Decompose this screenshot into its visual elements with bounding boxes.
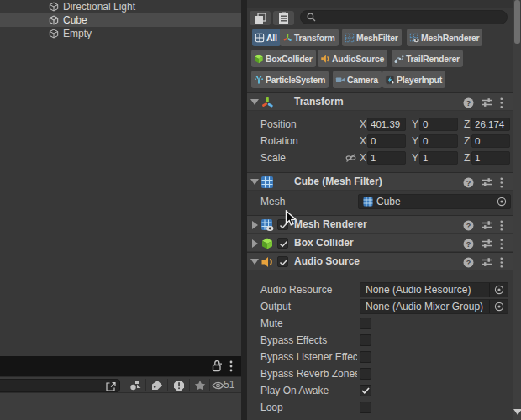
bypass-listener-effects-row: Bypass Listener Effects bbox=[247, 349, 513, 365]
unlink-scale-icon[interactable] bbox=[345, 153, 356, 163]
transform-header[interactable]: Transform ? bbox=[247, 92, 513, 111]
filter-chip-trailrenderer[interactable]: TrailRenderer bbox=[392, 50, 463, 67]
help-icon[interactable]: ? bbox=[463, 239, 474, 249]
hierarchy-panel: Directional Light Cube Empty bbox=[0, 0, 241, 420]
filter-chip-meshrenderer[interactable]: MeshRenderer bbox=[407, 29, 482, 46]
scale-z-field[interactable]: 1 bbox=[471, 151, 510, 165]
filter-chip-camera[interactable]: Camera bbox=[333, 71, 382, 88]
svg-text:?: ? bbox=[466, 98, 471, 107]
rotation-z-field[interactable]: 0 bbox=[471, 134, 510, 148]
bypass-reverb-zones-checkbox[interactable] bbox=[360, 368, 371, 380]
help-icon[interactable]: ? bbox=[463, 257, 474, 268]
hierarchy-item-cube[interactable]: Cube bbox=[0, 13, 241, 27]
inspector-search-field[interactable] bbox=[300, 10, 508, 24]
kebab-menu-icon[interactable] bbox=[229, 360, 233, 372]
kebab-menu-icon[interactable] bbox=[500, 257, 503, 268]
audio-source-header[interactable]: Audio Source ? bbox=[247, 252, 513, 270]
mesh-renderer-icon bbox=[260, 218, 274, 232]
presets-icon[interactable] bbox=[482, 220, 492, 230]
unity-editor: Directional Light Cube Empty bbox=[0, 0, 521, 420]
chip-label: MeshRenderer bbox=[421, 33, 479, 43]
object-picker-icon[interactable] bbox=[492, 195, 510, 208]
label-filter-button[interactable] bbox=[148, 377, 166, 393]
filter-chip-all[interactable]: All bbox=[252, 29, 281, 46]
object-picker-icon[interactable] bbox=[489, 283, 508, 297]
rotation-x-field[interactable]: 0 bbox=[367, 134, 406, 148]
foldout-closed-icon[interactable] bbox=[252, 239, 258, 248]
mesh-icon bbox=[363, 197, 373, 207]
filter-chip-boxcollider[interactable]: BoxCollider bbox=[251, 50, 316, 67]
hierarchy-item-empty[interactable]: Empty bbox=[0, 27, 241, 40]
output-row: Output None (Audio Mixer Group) bbox=[247, 298, 513, 315]
visibility-count: 51 bbox=[224, 377, 234, 393]
axis-z-label: Z bbox=[464, 116, 470, 133]
favorites-button[interactable] bbox=[192, 377, 208, 393]
output-field[interactable]: None (Audio Mixer Group) bbox=[360, 299, 508, 314]
mesh-filter-header[interactable]: Cube (Mesh Filter) ? bbox=[247, 172, 513, 191]
chip-label: PlayerInput bbox=[397, 75, 442, 85]
axis-x-label: X bbox=[360, 116, 366, 133]
filter-chip-playerinput[interactable]: PlayerInput bbox=[382, 71, 445, 88]
bypass-effects-checkbox[interactable] bbox=[360, 334, 371, 346]
hierarchy-item-directional-light[interactable]: Directional Light bbox=[0, 0, 241, 13]
panel-divider[interactable] bbox=[241, 0, 247, 420]
play-on-awake-checkbox[interactable] bbox=[360, 385, 371, 396]
object-picker-icon[interactable] bbox=[489, 300, 508, 313]
inspector-search-input[interactable] bbox=[316, 13, 484, 23]
scrollbar-thumb[interactable] bbox=[514, 0, 520, 44]
chip-label: BoxCollider bbox=[266, 54, 313, 64]
foldout-open-icon[interactable] bbox=[250, 99, 259, 105]
audio-source-icon bbox=[320, 54, 330, 64]
inspector-scrollbar[interactable] bbox=[513, 0, 521, 420]
foldout-closed-icon[interactable] bbox=[252, 221, 258, 229]
foldout-open-icon[interactable] bbox=[250, 259, 259, 265]
foldout-open-icon[interactable] bbox=[250, 179, 259, 185]
bypass-listener-effects-checkbox[interactable] bbox=[360, 351, 371, 363]
position-x-field[interactable]: 401.39 bbox=[367, 118, 406, 131]
presets-icon[interactable] bbox=[482, 239, 492, 249]
presets-icon[interactable] bbox=[482, 97, 492, 108]
presets-icon[interactable] bbox=[482, 177, 492, 187]
filter-chip-meshfilter[interactable]: MeshFilter bbox=[342, 29, 402, 46]
kebab-menu-icon[interactable] bbox=[500, 239, 503, 249]
mute-row: Mute bbox=[247, 315, 513, 332]
component-enabled-checkbox[interactable] bbox=[277, 238, 288, 249]
visibility-eye-icon[interactable] bbox=[211, 377, 224, 393]
filter-chip-transform[interactable]: Transform bbox=[280, 29, 339, 46]
warning-filter-button[interactable] bbox=[170, 377, 188, 393]
audio-resource-field[interactable]: None (Audio Resource) bbox=[360, 282, 508, 297]
help-icon[interactable]: ? bbox=[463, 97, 474, 108]
help-icon[interactable]: ? bbox=[463, 220, 474, 231]
presets-icon[interactable] bbox=[482, 257, 492, 267]
mesh-object-field[interactable]: Cube bbox=[358, 194, 511, 209]
box-collider-header[interactable]: Box Collider ? bbox=[247, 234, 513, 252]
help-icon[interactable]: ? bbox=[463, 177, 474, 188]
type-filter-button[interactable] bbox=[126, 377, 145, 393]
filter-chip-audiosource[interactable]: AudioSource bbox=[318, 50, 387, 67]
filter-chip-particlesystem[interactable]: ParticleSystem bbox=[251, 71, 329, 88]
scale-x-field[interactable]: 1 bbox=[367, 151, 406, 165]
svg-text:?: ? bbox=[466, 239, 471, 248]
paste-component-button[interactable] bbox=[273, 11, 294, 25]
component-enabled-checkbox[interactable] bbox=[277, 256, 288, 267]
property-label: Mesh bbox=[260, 193, 357, 211]
position-y-field[interactable]: 0 bbox=[419, 118, 458, 131]
position-row: Position X 401.39 Y 0 Z 26.174 bbox=[247, 116, 513, 133]
unlock-icon[interactable] bbox=[212, 360, 224, 373]
loop-checkbox[interactable] bbox=[360, 402, 371, 413]
position-z-field[interactable]: 26.174 bbox=[471, 118, 510, 131]
project-search-field[interactable] bbox=[0, 379, 120, 392]
scroll-down-arrow-icon[interactable] bbox=[513, 409, 521, 415]
copy-component-button[interactable] bbox=[250, 11, 271, 25]
open-in-search-icon[interactable] bbox=[105, 381, 117, 392]
rotation-y-field[interactable]: 0 bbox=[419, 134, 458, 148]
chip-label: MeshFilter bbox=[356, 33, 398, 43]
mute-checkbox[interactable] bbox=[360, 318, 371, 329]
axis-x-label: X bbox=[360, 150, 366, 166]
kebab-menu-icon[interactable] bbox=[500, 97, 503, 108]
kebab-menu-icon[interactable] bbox=[500, 220, 503, 231]
scale-y-field[interactable]: 1 bbox=[419, 151, 458, 165]
search-icon bbox=[307, 13, 316, 22]
kebab-menu-icon[interactable] bbox=[500, 177, 503, 188]
mesh-renderer-icon bbox=[409, 33, 419, 43]
